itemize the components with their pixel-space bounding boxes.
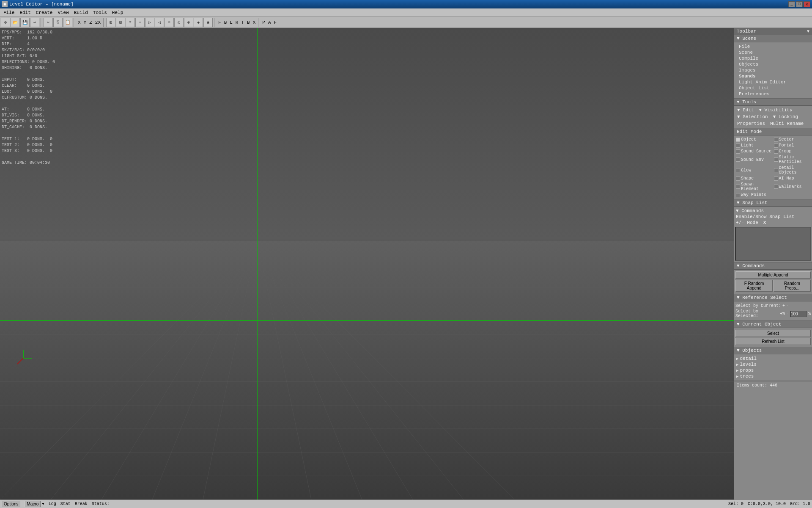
scene-link-objects[interactable]: Objects [735,61,811,67]
minimize-button[interactable]: _ [788,1,795,7]
scene-link-sounds[interactable]: Sounds [735,73,811,79]
em-way-points[interactable]: Way Points [735,192,773,198]
ref-current-row: Select by Current: + - [735,304,811,308]
random-append-btn[interactable]: F Random Append [735,280,773,292]
tree-item-props[interactable]: ▶ props [735,367,811,373]
svg-rect-1 [0,240,734,500]
multiple-append-btn[interactable]: Multiple Append [735,271,811,279]
em-wallmarks[interactable]: Wallmarks [774,182,811,192]
em-static-particles[interactable]: Static Particles [774,155,811,165]
tb-move[interactable]: ⊞ [106,18,115,27]
tree-label-trees: trees [740,374,754,379]
tool-edit[interactable]: ▼ Edit [735,107,756,113]
menu-create[interactable]: Create [33,9,55,16]
ref-current-plus[interactable]: + [782,304,785,308]
scene-link-scene[interactable]: Scene [735,50,811,55]
snap-mode-x[interactable]: X [763,220,766,225]
tb-scale[interactable]: ⌖ [126,18,135,27]
scene-link-light-anim[interactable]: Light Anim Editor [735,79,811,85]
em-ai-map[interactable]: AI Map [774,176,811,181]
coord-info: C:0.0,3.0,-10.0 [748,502,786,506]
edit-mode-header[interactable]: Edit Mode [734,128,812,135]
menu-help[interactable]: Help [110,9,126,16]
tree-item-trees[interactable]: ▶ trees [735,373,811,379]
tb-rotate[interactable]: ⊡ [116,18,125,27]
log-link[interactable]: Log [49,502,56,506]
break-link[interactable]: Break [75,502,88,506]
em-object[interactable]: Object [735,137,773,142]
macro-dropdown-icon[interactable]: ▼ [42,502,44,506]
em-sound-env[interactable]: Sound Env [735,155,773,165]
tool-selection[interactable]: ▼ Selection [735,114,770,120]
tb-label-a: A [267,20,272,25]
tb-open[interactable]: 📂 [11,18,20,27]
em-glow[interactable]: Glow [735,165,773,175]
em-light[interactable]: Light [735,143,773,148]
tree-item-levels[interactable]: ▶ levels [735,362,811,367]
scene-link-images[interactable]: Images [735,67,811,73]
tool-multi-rename[interactable]: Multi Rename [768,121,805,127]
em-spawn-element[interactable]: Spawn Element [735,182,773,192]
scene-header[interactable]: ▼ Scene [734,35,812,42]
menu-view[interactable]: View [55,9,71,16]
select-btn[interactable]: Select [735,330,811,337]
tool-locking[interactable]: ▼ Locking [771,114,800,120]
tb-copy[interactable]: ⎘ [53,18,63,27]
menu-tools[interactable]: Tools [91,9,110,16]
scene-link-object-list[interactable]: Object List [735,85,811,91]
menu-edit[interactable]: Edit [17,9,33,16]
snap-enable-label[interactable]: Enable/Show Snap List [736,214,795,219]
maximize-button[interactable]: □ [796,1,803,7]
macro-item: Macro ▼ [25,501,44,507]
tb-new[interactable]: ⊕ [1,18,10,27]
scene-link-preferences[interactable]: Preferences [735,91,811,97]
tb-t5[interactable]: ⊗ [184,18,193,27]
snap-list-section: ▼ Snap List ▼ Commands Enable/Show Snap … [734,199,812,262]
stat-link[interactable]: Stat [60,502,71,506]
tb-t2[interactable]: ◁ [155,18,164,27]
commands-header[interactable]: ▼ Commands [734,262,812,270]
close-button[interactable]: ✕ [804,1,810,7]
current-object-header[interactable]: ▼ Current Object [734,321,812,328]
tb-t4[interactable]: ◎ [174,18,184,27]
menu-file[interactable]: File [1,9,17,16]
ref-selected-input[interactable] [790,311,807,317]
sel-info: Sel: 0 [728,502,743,506]
em-sector[interactable]: Sector [774,137,811,142]
tools-header[interactable]: ▼ Tools [734,99,812,106]
em-portal[interactable]: Portal [774,143,811,148]
tb-select[interactable]: ↔ [135,18,145,27]
tb-t3[interactable]: ○ [165,18,174,27]
ref-selected-plus[interactable]: +% [780,312,785,316]
em-detail-objects[interactable]: Detail Objects [774,165,811,175]
tb-label-b: B [223,20,228,25]
menu-build[interactable]: Build [71,9,91,16]
em-portal-label: Portal [779,143,794,148]
tb-cut[interactable]: ✂ [44,18,53,27]
em-group[interactable]: Group [774,149,811,154]
tool-visibility[interactable]: ▼ Visibility [757,107,794,113]
macro-btn[interactable]: Macro [25,501,41,507]
options-btn[interactable]: Options [2,501,20,507]
panel-dropdown-icon[interactable]: ▼ [807,29,809,34]
snap-list-header[interactable]: ▼ Snap List [734,199,812,207]
tool-properties[interactable]: Properties [735,121,767,127]
objects-header[interactable]: ▼ Objects [734,347,812,354]
tb-t6[interactable]: ◈ [194,18,203,27]
scene-link-file[interactable]: File [735,44,811,50]
em-sound-source[interactable]: Sound Source [735,149,773,154]
random-props-btn[interactable]: Random Props... [774,280,811,292]
scene-link-compile[interactable]: Compile [735,55,811,61]
tb-t7[interactable]: ◉ [203,18,213,27]
tb-t1[interactable]: ▷ [145,18,154,27]
tools-content: ▼ Edit ▼ Visibility ▼ Selection ▼ Lockin… [734,106,812,128]
tree-item-detail[interactable]: ▶ detail [735,356,811,362]
viewport[interactable]: FPS/MPS: 162 0/30.0 VERT: 1.00 R DIP: 4 … [0,28,734,500]
tb-paste[interactable]: 📋 [63,18,72,27]
tb-undo[interactable]: ↩ [30,18,39,27]
em-shape[interactable]: Shape [735,176,773,181]
em-group-chk [774,149,778,154]
tb-save[interactable]: 💾 [20,18,30,27]
reference-select-header[interactable]: ▼ Reference Select [734,294,812,301]
refresh-list-btn[interactable]: Refresh List [735,338,811,345]
